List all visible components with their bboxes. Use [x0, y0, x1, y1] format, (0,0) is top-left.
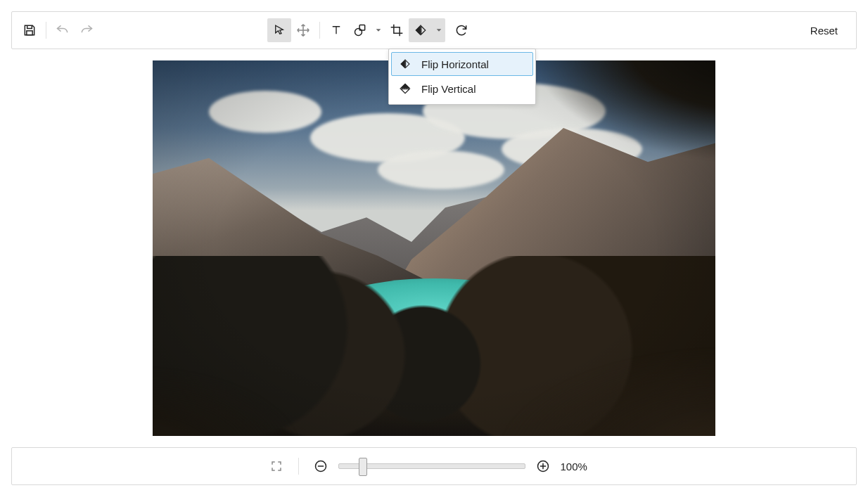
move-tool-button[interactable]	[291, 18, 315, 42]
canvas-image	[153, 60, 715, 436]
undo-button[interactable]	[51, 18, 75, 42]
save-icon	[23, 23, 37, 37]
zoom-in-button[interactable]	[532, 456, 554, 477]
shape-tool-split-button[interactable]	[348, 18, 385, 42]
toolbar-separator	[319, 22, 320, 39]
shape-icon	[353, 23, 367, 37]
zoom-out-button[interactable]	[310, 456, 331, 477]
flip-tool-split-button[interactable]	[409, 18, 445, 42]
menu-item-label: Flip Vertical	[421, 83, 476, 95]
flip-horizontal-icon	[414, 24, 428, 37]
crop-tool-button[interactable]	[385, 18, 409, 42]
shape-tool-button[interactable]	[348, 18, 372, 42]
pointer-icon	[273, 23, 286, 37]
redo-button[interactable]	[75, 18, 98, 42]
expand-icon	[270, 460, 283, 472]
zoom-bar: 100%	[11, 447, 857, 485]
chevron-down-icon	[435, 27, 442, 34]
menu-item-label: Flip Horizontal	[421, 58, 489, 70]
flip-horizontal-icon	[397, 58, 413, 70]
toolbar-separator	[298, 458, 299, 475]
reset-label: Reset	[810, 25, 838, 37]
flip-vertical-icon	[397, 82, 413, 96]
text-icon	[330, 23, 343, 37]
zoom-percent-label: 100%	[561, 461, 603, 472]
flip-tool-dropdown-button[interactable]	[433, 18, 445, 42]
flip-horizontal-menu-item[interactable]: Flip Horizontal	[391, 52, 533, 76]
redo-icon	[79, 23, 94, 37]
svg-point-2	[355, 29, 362, 36]
move-icon	[296, 23, 310, 37]
chevron-down-icon	[375, 27, 382, 34]
shape-tool-dropdown-button[interactable]	[372, 18, 385, 42]
top-toolbar: Reset Flip Horizontal Flip Vertic	[11, 11, 857, 49]
flip-vertical-menu-item[interactable]: Flip Vertical	[392, 77, 532, 101]
flip-dropdown-menu: Flip Horizontal Flip Vertical	[388, 49, 536, 105]
rotate-cw-icon	[454, 23, 468, 37]
svg-rect-0	[27, 31, 32, 35]
zoom-in-icon	[536, 459, 550, 473]
crop-icon	[390, 23, 404, 37]
flip-tool-button[interactable]	[409, 18, 433, 42]
undo-icon	[55, 23, 70, 37]
save-button[interactable]	[18, 18, 42, 42]
zoom-out-icon	[314, 459, 328, 473]
zoom-slider-thumb[interactable]	[359, 458, 367, 476]
image-canvas[interactable]	[153, 60, 715, 436]
zoom-slider[interactable]	[338, 463, 525, 469]
text-tool-button[interactable]	[324, 18, 348, 42]
fit-screen-button[interactable]	[266, 456, 287, 477]
pointer-tool-button[interactable]	[267, 18, 291, 42]
reset-button[interactable]: Reset	[798, 18, 850, 42]
toolbar-separator	[46, 22, 46, 39]
rotate-button[interactable]	[449, 18, 473, 42]
